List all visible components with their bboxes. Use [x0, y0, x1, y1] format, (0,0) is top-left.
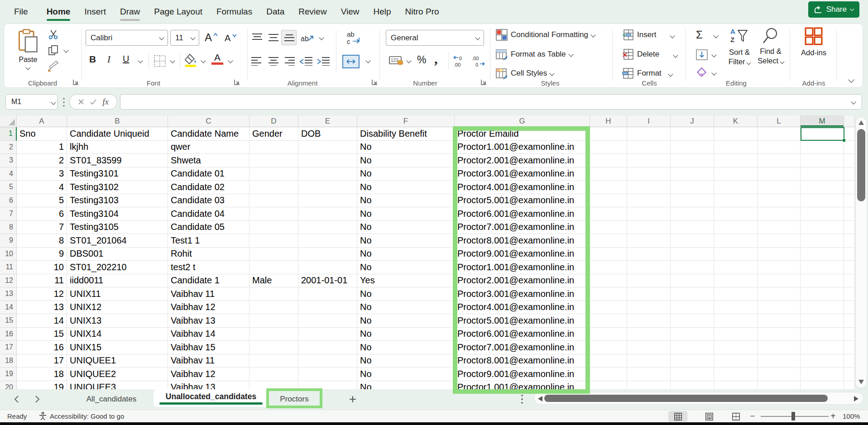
cell-L8[interactable]	[758, 221, 801, 234]
orientation-button[interactable]: ab	[301, 32, 314, 44]
cell-C13[interactable]: Vaibhav 11	[168, 287, 249, 301]
cell-L7[interactable]	[758, 207, 801, 221]
cell-x13[interactable]	[844, 287, 855, 301]
cell-C1[interactable]: Candidate Name	[168, 127, 249, 141]
cell-M4[interactable]	[801, 167, 844, 181]
cell-E7[interactable]	[298, 207, 357, 221]
cell-D7[interactable]	[249, 207, 298, 221]
insert-cells-chevron-icon[interactable]	[670, 33, 675, 38]
view-page-layout-button[interactable]	[700, 411, 719, 422]
cell-K9[interactable]	[714, 234, 758, 248]
cell-C6[interactable]: Candidate 03	[168, 194, 249, 208]
cell-I18[interactable]	[627, 354, 671, 368]
wrap-text-icon[interactable]: abc	[346, 30, 362, 45]
cell-J7[interactable]	[671, 207, 714, 221]
cell-J1[interactable]	[671, 127, 714, 141]
cell-L1[interactable]	[758, 127, 801, 141]
cell-J17[interactable]	[671, 341, 714, 354]
row-header-13[interactable]: 13	[0, 287, 17, 301]
new-sheet-button[interactable]: +	[347, 390, 359, 408]
vertical-scrollbar-thumb[interactable]	[857, 129, 865, 201]
align-bottom-button-selected[interactable]	[281, 30, 297, 45]
cell-D1[interactable]: Gender	[249, 127, 298, 141]
row-header-10[interactable]: 10	[0, 248, 17, 261]
cell-J9[interactable]	[671, 234, 714, 248]
cell-K12[interactable]	[714, 274, 758, 288]
cell-x5[interactable]	[844, 181, 855, 194]
name-box[interactable]: M1	[5, 94, 58, 110]
cell-M11[interactable]	[801, 261, 844, 274]
format-cells-chevron-icon[interactable]	[668, 72, 673, 76]
cell-K7[interactable]	[714, 207, 758, 221]
cell-B18[interactable]: UNIQUEE1	[67, 354, 168, 368]
horizontal-scrollbar-thumb[interactable]	[544, 395, 828, 402]
formula-bar-input[interactable]	[120, 94, 862, 110]
cell-x2[interactable]	[844, 141, 855, 154]
cell-M13[interactable]	[801, 287, 844, 301]
row-header-16[interactable]: 16	[0, 328, 17, 341]
cell-D2[interactable]	[249, 141, 298, 154]
cell-A5[interactable]: 4	[17, 181, 67, 194]
borders-chevron-icon[interactable]	[170, 58, 175, 63]
cell-E4[interactable]	[298, 167, 357, 181]
clear-icon[interactable]	[695, 67, 708, 79]
cell-x14[interactable]	[844, 301, 855, 315]
cell-M7[interactable]	[801, 207, 844, 221]
menu-tab-help[interactable]: Help	[373, 7, 391, 17]
row-header-18[interactable]: 18	[0, 354, 17, 368]
cell-I5[interactable]	[627, 181, 671, 194]
column-header-B[interactable]: B	[67, 115, 168, 127]
cell-A17[interactable]: 16	[17, 341, 67, 354]
cell-B6[interactable]: Testing3103	[67, 194, 168, 208]
row-header-19[interactable]: 19	[0, 368, 17, 381]
column-header-H[interactable]: H	[590, 115, 627, 127]
select-all-corner[interactable]	[0, 115, 17, 127]
cell-F2[interactable]: No	[357, 141, 455, 154]
number-format-combo[interactable]: General	[386, 30, 484, 46]
menu-tab-data[interactable]: Data	[266, 7, 284, 17]
cell-K2[interactable]	[714, 141, 758, 154]
cell-K18[interactable]	[714, 354, 758, 368]
cell-A3[interactable]: 2	[17, 154, 67, 167]
cell-H14[interactable]	[590, 301, 627, 315]
cell-J11[interactable]	[671, 261, 714, 274]
sheet-tab-all_candidates[interactable]: All_candidates	[86, 395, 137, 404]
cell-K8[interactable]	[714, 221, 758, 234]
cell-D19[interactable]	[249, 368, 298, 381]
cell-J18[interactable]	[671, 354, 714, 368]
column-header-partial[interactable]	[844, 115, 855, 127]
cell-M6[interactable]	[801, 194, 844, 208]
zoom-slider-thumb[interactable]	[791, 412, 795, 420]
cell-K5[interactable]	[714, 181, 758, 194]
cell-F10[interactable]: No	[357, 248, 455, 261]
font-name-combo[interactable]: Calibri	[86, 30, 168, 46]
sort-filter-button[interactable]: AZ Sort &Filter	[727, 27, 752, 67]
cell-H4[interactable]	[590, 167, 627, 181]
cell-M14[interactable]	[801, 301, 844, 315]
font-size-combo[interactable]: 11	[170, 30, 199, 46]
cell-D18[interactable]	[249, 354, 298, 368]
cell-B11[interactable]: ST01_202210	[67, 261, 168, 274]
cell-F14[interactable]: No	[357, 301, 455, 315]
font-color-button[interactable]: A	[211, 53, 223, 65]
cell-B8[interactable]: Testing3105	[67, 221, 168, 234]
cell-A19[interactable]: 18	[17, 368, 67, 381]
cell-C7[interactable]: Candidate 04	[168, 207, 249, 221]
cell-L2[interactable]	[758, 141, 801, 154]
cell-I12[interactable]	[627, 274, 671, 288]
cell-A2[interactable]: 1	[17, 141, 67, 154]
menu-tab-page-layout[interactable]: Page Layout	[154, 7, 202, 17]
cell-K1[interactable]	[714, 127, 758, 141]
cell-B1[interactable]: Candidate Uniqueid	[67, 127, 168, 141]
cell-C20[interactable]: Vaibhav 13	[168, 381, 249, 390]
column-header-L[interactable]: L	[758, 115, 801, 127]
cell-x4[interactable]	[844, 167, 855, 181]
menu-tab-view[interactable]: View	[341, 7, 360, 17]
paste-button[interactable]: Paste	[14, 29, 42, 69]
cell-B12[interactable]: iidd0011	[67, 274, 168, 288]
row-header-14[interactable]: 14	[0, 301, 17, 315]
cell-C18[interactable]: Vaibhav 11	[168, 354, 249, 368]
cell-C17[interactable]: Vaibhav 15	[168, 341, 249, 354]
cell-C4[interactable]: Candidate 01	[168, 167, 249, 181]
align-left-icon[interactable]	[251, 57, 262, 66]
